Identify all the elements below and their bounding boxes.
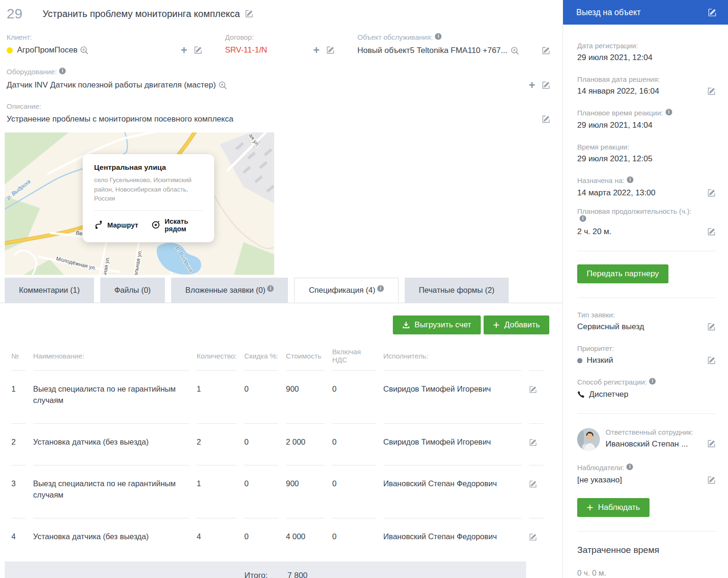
col-cost: Стоимость	[286, 342, 325, 371]
cell-cost: 900	[286, 465, 325, 518]
search-nearby-button[interactable]: Искать рядом	[151, 218, 203, 233]
cell-discount: 0	[244, 518, 278, 560]
service-object-label: Объект обслуживания:i	[357, 33, 563, 42]
main-panel: 29 Устранить проблему мониторинга компле…	[0, 0, 563, 578]
divider	[577, 251, 716, 251]
info-icon: i	[377, 285, 384, 292]
cell-qty: 2	[197, 424, 237, 465]
tab-comments[interactable]: Комментарии (1)	[5, 278, 94, 303]
edit-description-icon[interactable]	[542, 115, 550, 123]
client-zoom-icon[interactable]	[80, 46, 89, 55]
registration-method-field: Способ регистрации:i Диспетчер	[577, 378, 716, 399]
edit-watchers-icon[interactable]	[707, 476, 716, 484]
edit-assigned-icon[interactable]	[707, 189, 716, 197]
edit-service-object-icon[interactable]	[542, 46, 550, 55]
plus-icon: +	[587, 503, 593, 512]
col-qty: Количество:	[197, 342, 237, 371]
edit-client-icon[interactable]	[194, 46, 202, 54]
edit-priority-icon[interactable]	[707, 356, 716, 365]
export-invoice-button[interactable]: Выгрузить счет	[393, 315, 481, 334]
edit-row-icon[interactable]	[529, 385, 537, 394]
equipment-value: Датчик INV Датчик полезной работы двигат…	[7, 80, 216, 90]
cell-executor: Свиридов Тимофей Игоревич	[383, 424, 521, 465]
planned-reaction-time-field: Плановое время реакции:i 29 июля 2021, 1…	[577, 109, 716, 130]
cell-cost: 4 000	[286, 518, 325, 560]
totals-band: Итого: 7 800	[5, 561, 526, 578]
ticket-header: 29 Устранить проблему мониторинга компле…	[0, 0, 563, 22]
route-button[interactable]: Маршрут	[94, 218, 138, 233]
description-value: Устранение проблемы с мониторингом посев…	[7, 114, 234, 124]
cell-name: Выезд специалиста по не гарантийным случ…	[33, 371, 189, 424]
info-icon[interactable]: i	[627, 176, 633, 183]
tab-print-forms[interactable]: Печатные формы (2)	[405, 278, 509, 303]
cell-vat: 0	[332, 465, 376, 518]
edit-ticket-type-icon[interactable]	[707, 323, 716, 331]
service-object-zoom-icon[interactable]	[511, 46, 520, 55]
add-client-button[interactable]: +	[181, 46, 187, 54]
contract-label: Договор:	[225, 33, 357, 41]
col-name: Наименование:	[33, 342, 189, 371]
edit-row-icon[interactable]	[529, 533, 537, 541]
popup-address: село Гусельниково, Искитимский район, Но…	[94, 175, 203, 203]
specification-table: № Наименование: Количество: Скидка %: Ст…	[4, 342, 551, 560]
top-fields-row: Клиент: АгроПромПосев + Договор:	[0, 33, 563, 55]
edit-equipment-icon[interactable]	[542, 81, 550, 89]
add-spec-item-button[interactable]: + Добавить	[484, 315, 549, 334]
info-icon[interactable]: i	[59, 68, 66, 74]
time-spent-value: 0 ч. 0 м.	[577, 569, 716, 578]
cell-name: Установка датчика (без выезда)	[33, 518, 189, 560]
watch-button[interactable]: + Наблюдать	[577, 498, 650, 517]
add-contract-button[interactable]: +	[313, 46, 320, 54]
transfer-partner-button[interactable]: Передать партнеру	[577, 264, 668, 283]
edit-contract-icon[interactable]	[326, 46, 335, 54]
info-icon[interactable]: i	[435, 33, 442, 40]
tab-nested-tickets[interactable]: Вложенные заявки (0)i	[171, 278, 288, 303]
edit-responsible-icon[interactable]	[707, 439, 716, 448]
cell-executor: Ивановский Степан Федорович	[383, 518, 521, 560]
map-popup: Центральная улица село Гусельниково, Иск…	[83, 154, 214, 242]
client-label: Клиент:	[7, 33, 225, 41]
info-icon[interactable]: i	[666, 109, 672, 115]
edit-row-icon[interactable]	[529, 480, 537, 488]
col-discount: Скидка %:	[244, 342, 278, 371]
spec-table-row: 2 Установка датчика (без выезда) 2 0 2 0…	[11, 424, 543, 465]
edit-planned-date-icon[interactable]	[707, 87, 716, 96]
spec-table-row: 3 Выезд специалиста по не гарантийным сл…	[11, 465, 543, 518]
ticket-page: 29 Устранить проблему мониторинга компле…	[0, 0, 728, 578]
client-field: Клиент: АгроПромПосев +	[7, 33, 225, 55]
location-map[interactable]: Весенняя ул. Молодёжная ул. ольная ул. т…	[5, 132, 274, 275]
status-header: Выезд на объект	[563, 0, 728, 25]
edit-title-icon[interactable]	[245, 9, 253, 18]
cell-cost: 900	[286, 371, 325, 424]
col-num: №	[11, 342, 26, 371]
route-icon	[94, 220, 103, 229]
cell-cost: 2 000	[286, 424, 325, 465]
info-icon: i	[267, 285, 274, 292]
cell-num: 3	[11, 465, 26, 518]
contract-value[interactable]: SRV-11-1/N	[225, 45, 267, 55]
info-icon[interactable]: i	[649, 378, 656, 385]
tab-specification[interactable]: Спецификация (4)i	[294, 278, 399, 303]
responsible-employee-field: Ответственный сотрудник: Ивановский Степ…	[577, 428, 716, 451]
edit-status-icon[interactable]	[708, 8, 717, 17]
add-equipment-button[interactable]: +	[529, 81, 535, 89]
info-icon[interactable]: i	[626, 464, 633, 470]
tab-files[interactable]: Файлы (0)	[100, 278, 165, 303]
service-object-value[interactable]: Новый объект5 Teltonika FMA110 +767...	[357, 46, 508, 55]
divider	[577, 531, 716, 532]
cell-qty: 1	[197, 371, 237, 424]
avatar[interactable]	[577, 428, 600, 451]
cell-discount: 0	[244, 465, 278, 518]
ticket-tabs: Комментарии (1) Файлы (0) Вложенные заяв…	[0, 278, 563, 303]
ticket-status-sidebar: Выезд на объект Дата регистрации: 29 июл…	[563, 0, 728, 578]
total-value: 7 800	[287, 571, 308, 578]
edit-row-icon[interactable]	[529, 438, 537, 447]
client-value[interactable]: АгроПромПосев	[17, 45, 78, 55]
edit-duration-icon[interactable]	[707, 228, 716, 236]
time-spent-title: Затраченное время	[577, 545, 716, 555]
description-field: Описание: Устранение проблемы с монитори…	[0, 102, 563, 124]
info-icon[interactable]: i	[580, 215, 586, 222]
description-label: Описание:	[7, 102, 563, 110]
equipment-zoom-icon[interactable]	[218, 81, 227, 90]
ticket-type-field: Тип заявки: Сервисный выезд	[577, 311, 716, 332]
